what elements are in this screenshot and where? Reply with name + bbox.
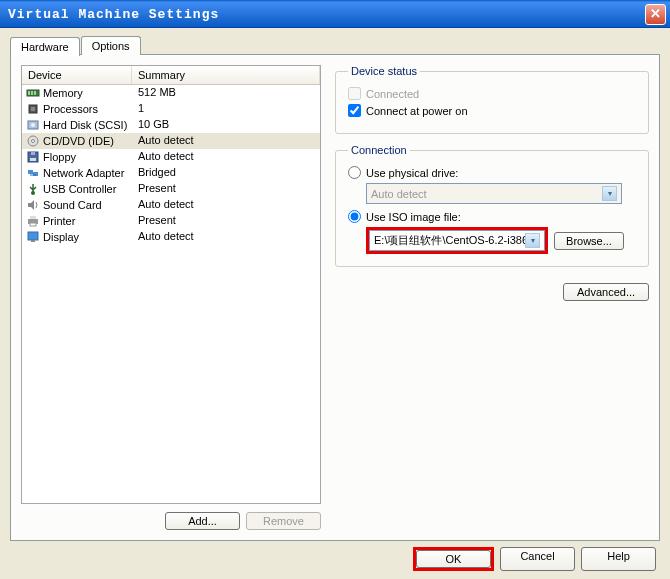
device-label: Network Adapter — [43, 167, 124, 179]
device-row-network[interactable]: Network Adapter Bridged — [22, 165, 320, 181]
device-row-floppy[interactable]: Floppy Auto detect — [22, 149, 320, 165]
use-iso-label: Use ISO image file: — [366, 211, 461, 223]
display-icon — [26, 230, 40, 244]
help-button[interactable]: Help — [581, 547, 656, 571]
bottom-buttons: OK Cancel Help — [10, 541, 660, 571]
device-status-legend: Device status — [348, 65, 420, 77]
ok-button-highlight: OK — [413, 547, 494, 571]
sound-icon — [26, 198, 40, 212]
device-row-cddvd[interactable]: CD/DVD (IDE) Auto detect — [22, 133, 320, 149]
physical-drive-value: Auto detect — [371, 188, 427, 200]
device-label: Display — [43, 231, 79, 243]
remove-button[interactable]: Remove — [246, 512, 321, 530]
svg-rect-20 — [28, 232, 38, 240]
device-label: USB Controller — [43, 183, 116, 195]
device-row-display[interactable]: Display Auto detect — [22, 229, 320, 245]
use-iso-radio[interactable] — [348, 210, 361, 223]
printer-icon — [26, 214, 40, 228]
device-row-sound[interactable]: Sound Card Auto detect — [22, 197, 320, 213]
svg-rect-12 — [31, 152, 35, 155]
advanced-row: Advanced... — [335, 283, 649, 301]
device-label: Memory — [43, 87, 83, 99]
device-list: Device Summary Memory 512 MB Processors … — [21, 65, 321, 504]
device-row-usb[interactable]: USB Controller Present — [22, 181, 320, 197]
connect-at-poweron-label: Connect at power on — [366, 105, 468, 117]
svg-rect-11 — [30, 158, 36, 161]
iso-row: E:\项目组软件\CentOS-6.2-i386 ▾ Browse... — [366, 227, 636, 254]
connected-checkbox — [348, 87, 361, 100]
connected-label: Connected — [366, 88, 419, 100]
device-list-header: Device Summary — [22, 66, 320, 85]
cpu-icon — [26, 102, 40, 116]
device-summary: Auto detect — [132, 230, 320, 244]
cancel-button[interactable]: Cancel — [500, 547, 575, 571]
add-button[interactable]: Add... — [165, 512, 240, 530]
chevron-down-icon: ▾ — [602, 186, 617, 201]
device-summary: Auto detect — [132, 150, 320, 164]
iso-combo-highlight: E:\项目组软件\CentOS-6.2-i386 ▾ — [366, 227, 548, 254]
advanced-button[interactable]: Advanced... — [563, 283, 649, 301]
device-summary: Present — [132, 214, 320, 228]
ok-button[interactable]: OK — [416, 550, 491, 568]
device-label: Processors — [43, 103, 98, 115]
connect-at-poweron-checkbox[interactable] — [348, 104, 361, 117]
header-summary[interactable]: Summary — [132, 66, 320, 84]
window-close-button[interactable]: ✕ — [645, 4, 666, 25]
device-summary: 10 GB — [132, 118, 320, 132]
svg-rect-18 — [30, 216, 36, 219]
svg-point-16 — [31, 191, 35, 195]
cddvd-icon — [26, 134, 40, 148]
browse-button[interactable]: Browse... — [554, 232, 624, 250]
connection-legend: Connection — [348, 144, 410, 156]
svg-rect-13 — [28, 170, 33, 174]
device-list-body: Memory 512 MB Processors 1 Hard Disk (SC… — [22, 85, 320, 245]
use-iso-row: Use ISO image file: — [348, 210, 636, 223]
device-summary: Auto detect — [132, 198, 320, 212]
svg-rect-5 — [31, 107, 35, 111]
network-icon — [26, 166, 40, 180]
device-summary: Bridged — [132, 166, 320, 180]
svg-point-7 — [31, 123, 35, 127]
use-physical-row: Use physical drive: — [348, 166, 636, 179]
svg-rect-3 — [34, 91, 36, 95]
device-label: Sound Card — [43, 199, 102, 211]
header-device[interactable]: Device — [22, 66, 132, 84]
connection-group: Connection Use physical drive: Auto dete… — [335, 144, 649, 267]
use-physical-radio[interactable] — [348, 166, 361, 179]
floppy-icon — [26, 150, 40, 164]
device-status-group: Device status Connected Connect at power… — [335, 65, 649, 134]
device-label: CD/DVD (IDE) — [43, 135, 114, 147]
svg-rect-19 — [30, 223, 36, 226]
device-summary: 512 MB — [132, 86, 320, 100]
iso-file-value: E:\项目组软件\CentOS-6.2-i386 — [374, 233, 525, 248]
iso-file-combo[interactable]: E:\项目组软件\CentOS-6.2-i386 ▾ — [369, 230, 545, 251]
right-column: Device status Connected Connect at power… — [335, 65, 649, 530]
usb-icon — [26, 182, 40, 196]
use-physical-label: Use physical drive: — [366, 167, 458, 179]
tab-hardware[interactable]: Hardware — [10, 37, 80, 56]
dialog-body: Hardware Options Device Summary Memory 5… — [0, 28, 670, 579]
physical-drive-combo[interactable]: Auto detect ▾ — [366, 183, 622, 204]
device-row-processors[interactable]: Processors 1 — [22, 101, 320, 117]
device-summary: 1 — [132, 102, 320, 116]
tab-options[interactable]: Options — [81, 36, 141, 55]
device-row-printer[interactable]: Printer Present — [22, 213, 320, 229]
titlebar: Virtual Machine Settings ✕ — [0, 0, 670, 28]
svg-rect-1 — [28, 91, 30, 95]
device-row-harddisk[interactable]: Hard Disk (SCSI) 10 GB — [22, 117, 320, 133]
svg-rect-2 — [31, 91, 33, 95]
connected-row: Connected — [348, 87, 636, 100]
device-label: Floppy — [43, 151, 76, 163]
device-row-memory[interactable]: Memory 512 MB — [22, 85, 320, 101]
tab-row: Hardware Options — [10, 36, 660, 55]
memory-icon — [26, 86, 40, 100]
device-summary: Auto detect — [132, 134, 320, 148]
left-column: Device Summary Memory 512 MB Processors … — [21, 65, 321, 530]
window-title: Virtual Machine Settings — [4, 7, 645, 22]
chevron-down-icon: ▾ — [525, 233, 540, 248]
device-label: Hard Disk (SCSI) — [43, 119, 127, 131]
svg-rect-21 — [31, 240, 35, 242]
device-label: Printer — [43, 215, 75, 227]
harddisk-icon — [26, 118, 40, 132]
tab-panel-hardware: Device Summary Memory 512 MB Processors … — [10, 54, 660, 541]
